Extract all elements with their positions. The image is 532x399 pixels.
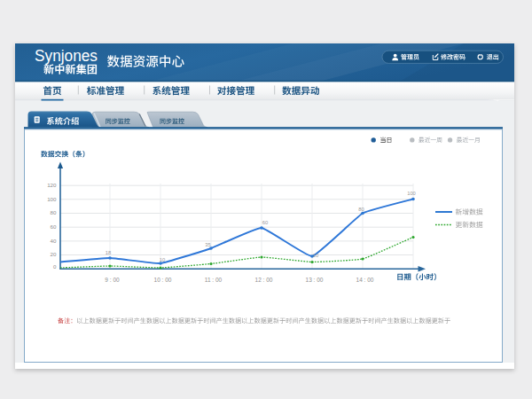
svg-text:120: 120 <box>47 182 57 188</box>
svg-text:0: 0 <box>53 263 57 270</box>
svg-text:60: 60 <box>51 223 57 230</box>
svg-text:60: 60 <box>262 220 268 225</box>
svg-text:18: 18 <box>106 250 111 255</box>
svg-text:35: 35 <box>205 242 210 247</box>
svg-text:100: 100 <box>407 191 416 196</box>
svg-text:80: 80 <box>358 207 364 212</box>
svg-text:10: 10 <box>160 257 165 262</box>
svg-text:9 : 00: 9 : 00 <box>105 277 120 283</box>
svg-text:10 : 00: 10 : 00 <box>154 277 172 283</box>
svg-text:12 : 00: 12 : 00 <box>255 277 273 283</box>
svg-text:11 : 00: 11 : 00 <box>205 277 223 283</box>
svg-text:14 : 00: 14 : 00 <box>356 277 374 283</box>
svg-text:40: 40 <box>51 238 57 244</box>
svg-text:13 : 00: 13 : 00 <box>306 277 324 283</box>
svg-text:20: 20 <box>51 251 57 257</box>
svg-text:10: 10 <box>313 253 318 258</box>
svg-text:100: 100 <box>47 196 57 202</box>
svg-text:80: 80 <box>51 209 57 215</box>
svg-text:Synjones: Synjones <box>35 47 98 65</box>
